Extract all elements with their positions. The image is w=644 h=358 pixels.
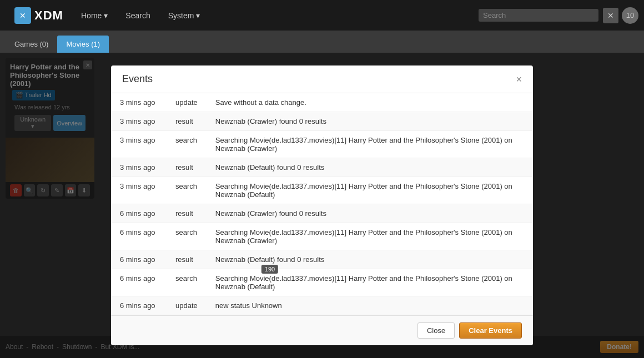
table-row: 6 mins ago result Newznab (Crawler) foun… [111,204,533,223]
event-message: Searching Movie(de.lad1337.movies)[11] H… [207,131,533,158]
event-type: result [167,158,207,177]
event-message: Save without a data change. [207,93,533,112]
nav-system[interactable]: System ▾ [159,0,209,31]
top-nav: ✕ XDM Home ▾ Search System ▾ ✕ 10 [0,0,644,31]
table-row: 3 mins ago search Searching Movie(de.lad… [111,131,533,158]
event-time: 3 mins ago [111,112,167,131]
content-area: ✕ Harry Potter and the Philosopher's Sto… [0,53,644,358]
modal-close-button[interactable]: × [516,74,522,84]
event-type: search [167,223,207,250]
logo-icon: ✕ [14,7,31,24]
tooltip-wrap: Newznab (Default) found 0 results 190 [215,255,325,264]
modal-title: Events [122,73,153,85]
table-row: 6 mins ago search Searching Movie(de.lad… [111,269,533,296]
tooltip-box: 190 [261,265,278,274]
modal-footer: Close Clear Events [111,315,533,345]
chevron-down-icon: ▾ [104,11,108,20]
event-type: update [167,296,207,315]
logo-text: XDM [34,8,63,23]
event-time: 6 mins ago [111,296,167,315]
user-icon: 10 [622,7,638,24]
logo: ✕ XDM [6,0,72,31]
clear-events-button[interactable]: Clear Events [459,322,522,339]
event-time: 3 mins ago [111,131,167,158]
event-type: result [167,112,207,131]
event-message: Newznab (Crawler) found 0 results [207,204,533,223]
event-message: Searching Movie(de.lad1337.movies)[11] H… [207,223,533,250]
table-row: 3 mins ago result Newznab (Crawler) foun… [111,112,533,131]
tab-games[interactable]: Games (0) [6,36,57,53]
event-message: Searching Movie(de.lad1337.movies)[11] H… [207,177,533,204]
event-type: result [167,250,207,269]
search-box [479,9,598,22]
close-button[interactable]: Close [417,322,455,339]
event-message-text: Newznab (Default) found 0 results [215,255,325,264]
event-message: Searching Movie(de.lad1337.movies)[11] H… [207,269,533,296]
event-message: new status Unknown [207,296,533,315]
event-message: Newznab (Crawler) found 0 results [207,112,533,131]
event-type: result [167,204,207,223]
events-modal: Events × 3 mins ago update Save without … [111,65,533,345]
nav-search[interactable]: Search [117,0,159,31]
event-type: search [167,177,207,204]
event-type: search [167,269,207,296]
table-row: 3 mins ago result Newznab (Default) foun… [111,158,533,177]
event-message: Newznab (Default) found 0 results 190 [207,250,533,269]
event-time: 6 mins ago [111,269,167,296]
chevron-down-icon: ▾ [196,11,200,20]
table-row: 6 mins ago update new status Unknown [111,296,533,315]
nav-close-button[interactable]: ✕ [603,8,618,23]
modal-header: Events × [111,65,533,93]
event-time: 3 mins ago [111,177,167,204]
event-time: 3 mins ago [111,158,167,177]
close-icon: ✕ [607,11,614,20]
event-type: search [167,131,207,158]
table-row: 3 mins ago update Save without a data ch… [111,93,533,112]
sub-nav: Games (0) Movies (1) [0,31,644,53]
event-time: 6 mins ago [111,250,167,269]
event-type: update [167,93,207,112]
event-time: 6 mins ago [111,223,167,250]
table-row: 6 mins ago search Searching Movie(de.lad… [111,223,533,250]
table-row: 3 mins ago search Searching Movie(de.lad… [111,177,533,204]
event-time: 6 mins ago [111,204,167,223]
search-input[interactable] [483,11,594,19]
event-time: 3 mins ago [111,93,167,112]
modal-body: 3 mins ago update Save without a data ch… [111,93,533,315]
event-message: Newznab (Default) found 0 results [207,158,533,177]
events-table: 3 mins ago update Save without a data ch… [111,93,533,315]
table-row: 6 mins ago result Newznab (Default) foun… [111,250,533,269]
tab-movies[interactable]: Movies (1) [57,36,109,53]
nav-home[interactable]: Home ▾ [72,0,117,31]
